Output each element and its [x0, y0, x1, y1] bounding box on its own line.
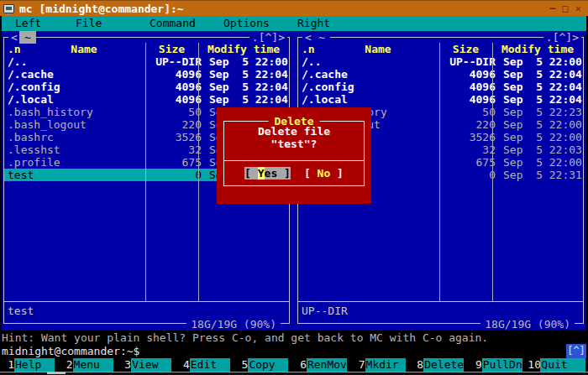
panel-updir-icon[interactable]: .[^]> [249, 31, 287, 44]
title-bar[interactable]: mc [midnight@commander]:~ – □ ✕ [0, 0, 588, 16]
file-row[interactable]: /.config4096Sep 5 22:04 [298, 81, 583, 93]
column-separator [198, 43, 199, 301]
panels-area: < ~ .[^]> .n Name Size Modify time /..UP… [2, 31, 586, 331]
panel-history-left-icon[interactable]: < [8, 31, 20, 44]
file-row[interactable]: /..UP--DIRSep 5 22:00 [298, 55, 583, 68]
dialog-message-line2: "test"? [224, 138, 364, 150]
hint-line: Hint: Want your plain shell? Press C-o, … [2, 331, 586, 344]
column-size[interactable]: Size [145, 43, 198, 55]
minimize-icon[interactable]: – [549, 3, 555, 15]
menu-command[interactable]: Command [150, 17, 196, 29]
menu-bar: Left File Command Options Right [2, 16, 586, 31]
fkey-menu[interactable]: 2Menu [60, 358, 119, 372]
fkey-delete[interactable]: 8Delete [411, 358, 470, 372]
fkey-edit[interactable]: 4Edit [177, 358, 236, 372]
column-separator [492, 43, 493, 301]
mini-status-separator [4, 301, 289, 302]
column-separator [145, 43, 146, 301]
fkey-copy[interactable]: 5Copy [235, 358, 294, 372]
fkey-help[interactable]: 1Help [2, 358, 60, 372]
fkey-pulldn[interactable]: 9PullDn [470, 358, 528, 372]
menu-right[interactable]: Right [297, 17, 330, 29]
right-mini-status: UP--DIR [298, 305, 583, 317]
file-row[interactable]: /.cache4096Sep 5 22:04 [4, 68, 289, 81]
column-name[interactable]: Name [317, 43, 439, 55]
file-row[interactable]: /.local4096Sep 5 22:04 [4, 93, 289, 106]
file-row[interactable]: /.cache4096Sep 5 22:04 [298, 68, 583, 81]
function-key-bar: 1Help 2Menu 3View 4Edit 5Copy 6RenMov 7M… [2, 358, 586, 372]
menu-options[interactable]: Options [223, 17, 270, 29]
panel-history-left-icon[interactable]: < [302, 31, 314, 44]
window-bottom-border [0, 372, 588, 375]
right-panel-path[interactable]: ~ [313, 31, 330, 44]
delete-dialog: Delete Delete file "test"? [ Yes ] [ No … [217, 107, 371, 204]
column-separator [439, 43, 440, 301]
terminal-icon [3, 4, 14, 13]
resize-grip[interactable] [47, 372, 66, 374]
fkey-view[interactable]: 3View [118, 358, 177, 372]
menu-file[interactable]: File [76, 17, 102, 29]
left-free-space: 18G/19G (90%) [186, 318, 281, 331]
terminal-window: mc [midnight@commander]:~ – □ ✕ Left Fil… [0, 0, 588, 375]
fkey-renmov[interactable]: 6RenMov [294, 358, 353, 372]
window-title: mc [midnight@commander]:~ [19, 3, 184, 15]
maximize-icon[interactable]: □ [563, 3, 569, 15]
dialog-button-separator [224, 160, 364, 161]
column-mtime[interactable]: Modify time [492, 43, 583, 55]
right-free-space: 18G/19G (90%) [480, 318, 575, 331]
no-button[interactable]: [ No ] [304, 167, 344, 180]
sort-indicator[interactable]: .n [4, 43, 23, 55]
panel-updir-icon[interactable]: .[^]> [543, 31, 581, 44]
yes-hotkey: Y [258, 167, 265, 180]
sort-indicator[interactable]: .n [298, 43, 317, 55]
column-size[interactable]: Size [439, 43, 492, 55]
fkey-mkdir[interactable]: 7Mkdir [353, 358, 412, 372]
left-panel-path[interactable]: ~ [19, 31, 36, 44]
fkey-quit[interactable]: 10Quit [528, 358, 586, 372]
menu-left[interactable]: Left [15, 17, 41, 29]
close-icon[interactable]: ✕ [575, 3, 581, 15]
no-hotkey: No [318, 167, 331, 180]
column-mtime[interactable]: Modify time [198, 43, 289, 55]
file-row[interactable]: /.local4096Sep 5 22:04 [298, 93, 583, 106]
scroll-up-indicator[interactable]: [^] [566, 344, 586, 358]
left-panel-header: .n Name Size Modify time [4, 43, 289, 55]
yes-button[interactable]: [ Yes ] [244, 167, 291, 180]
file-row[interactable]: /..UP--DIRSep 5 22:00 [4, 55, 289, 68]
dialog-message-line1: Delete file [224, 125, 364, 138]
shell-command-line[interactable]: midnight@commander:~$ [2, 345, 586, 358]
left-mini-status: test [4, 305, 289, 317]
delete-dialog-frame: Delete Delete file "test"? [ Yes ] [ No … [223, 121, 365, 186]
right-panel-header: .n Name Size Modify time [298, 43, 583, 55]
column-name[interactable]: Name [23, 43, 145, 55]
mini-status-separator [298, 301, 583, 302]
file-row[interactable]: /.config4096Sep 5 22:04 [4, 81, 289, 93]
